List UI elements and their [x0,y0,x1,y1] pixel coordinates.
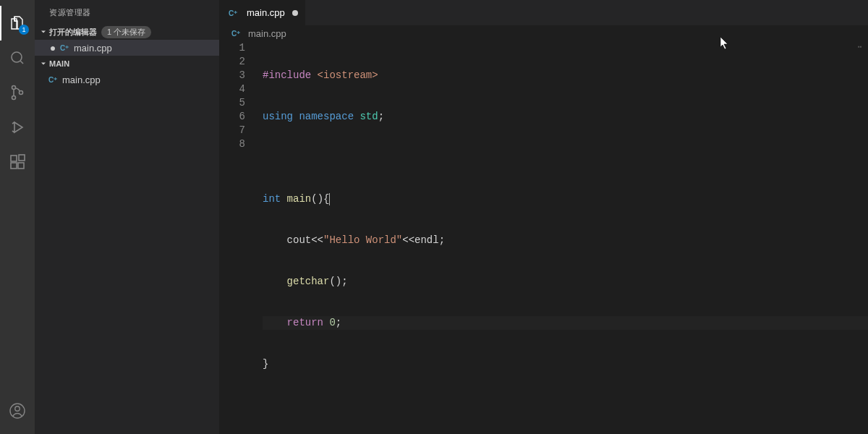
search-icon[interactable] [0,41,35,75]
chevron-down-icon [38,27,49,36]
svg-rect-6 [18,163,24,169]
cpp-file-icon: C⁺ [226,7,239,20]
text-cursor [329,193,330,205]
explorer-sidebar: 资源管理器 打开的编辑器 1 个未保存 ● C⁺ main.cpp MAIN C… [35,0,219,434]
breadcrumb[interactable]: C⁺ main.cpp [219,25,868,41]
svg-rect-7 [19,155,25,161]
svg-point-0 [12,52,22,62]
extensions-icon[interactable] [0,145,35,179]
tab-label: main.cpp [247,7,285,18]
cpp-file-icon: C⁺ [46,73,59,86]
explorer-badge: 1 [19,25,29,35]
source-control-icon[interactable] [0,75,35,110]
unsaved-badge: 1 个未保存 [101,26,151,38]
file-tree-filename: main.cpp [62,75,101,85]
folder-header[interactable]: MAIN [35,56,219,72]
cpp-file-icon: C⁺ [58,41,71,54]
svg-point-9 [15,407,20,411]
debug-icon[interactable] [0,110,35,145]
dirty-indicator-icon [292,10,298,16]
chevron-down-icon [38,59,49,68]
open-editor-filename: main.cpp [74,43,112,54]
code-editor[interactable]: 1 2 3 4 5 6 7 8 #include <iostream> usin… [219,41,868,434]
open-editors-label: 打开的编辑器 [49,27,97,38]
line-number-gutter: 1 2 3 4 5 6 7 8 [219,41,255,434]
svg-rect-5 [11,163,17,169]
svg-text:C⁺: C⁺ [60,44,69,52]
svg-text:C⁺: C⁺ [231,30,240,38]
svg-point-3 [20,91,23,95]
explorer-icon[interactable]: 1 [0,6,35,41]
folder-name: MAIN [49,59,69,68]
cpp-file-icon: C⁺ [229,27,242,40]
accounts-icon[interactable] [0,393,35,428]
open-editors-header[interactable]: 打开的编辑器 1 个未保存 [35,24,219,40]
svg-text:C⁺: C⁺ [48,76,57,84]
tab-main-cpp[interactable]: C⁺ main.cpp [219,0,306,25]
svg-point-1 [12,86,16,90]
code-content[interactable]: #include <iostream> using namespace std;… [255,41,868,434]
svg-point-2 [12,96,16,100]
open-editor-item[interactable]: ● C⁺ main.cpp [35,40,219,56]
svg-rect-4 [11,156,17,161]
svg-text:C⁺: C⁺ [229,9,237,17]
activity-bar: 1 [0,0,35,434]
dirty-indicator-icon: ● [48,42,58,54]
minimap[interactable]: ▪▪ [858,43,867,51]
editor-group: C⁺ main.cpp C⁺ main.cpp 1 2 3 4 5 6 7 8 … [219,0,868,434]
tab-bar: C⁺ main.cpp [219,0,868,25]
sidebar-title: 资源管理器 [35,0,219,24]
file-tree-item[interactable]: C⁺ main.cpp [35,72,219,88]
breadcrumb-file: main.cpp [248,28,286,39]
